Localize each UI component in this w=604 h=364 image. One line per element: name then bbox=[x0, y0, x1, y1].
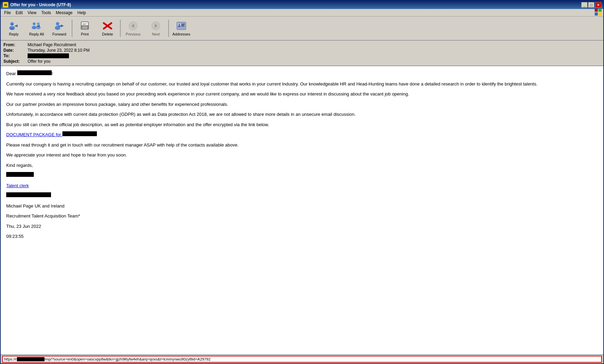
paragraph-2: We have received a very nice feedback ab… bbox=[6, 91, 598, 98]
status-bar: https://r/mp/?source=en0&open=oascvpp8w&… bbox=[1, 354, 603, 363]
email-body: Dear ! Currently our company is having a… bbox=[1, 66, 603, 247]
svg-rect-31 bbox=[181, 26, 184, 27]
paragraph-5: But you still can check the official job… bbox=[6, 121, 598, 128]
menu-help[interactable]: Help bbox=[76, 10, 88, 16]
paragraph-4: Unfortunately, in accordance with curren… bbox=[6, 111, 598, 118]
svg-point-11 bbox=[56, 22, 59, 26]
addresses-button[interactable]: Addresses bbox=[170, 18, 192, 39]
company-redacted bbox=[6, 192, 51, 197]
date-value: Thursday, June 23, 2022 8:10 PM bbox=[28, 48, 90, 53]
from-label: From: bbox=[3, 42, 28, 47]
paragraph-3: Our our partner provides an impressive b… bbox=[6, 101, 598, 108]
greeting-text: Dear bbox=[6, 71, 16, 76]
signature-name-redacted bbox=[6, 172, 598, 179]
svg-point-28 bbox=[178, 25, 181, 27]
toolbar: Reply Reply All bbox=[1, 17, 603, 41]
reply-all-label: Reply All bbox=[29, 32, 44, 36]
menu-message[interactable]: Message bbox=[54, 10, 75, 16]
svg-rect-18 bbox=[82, 28, 87, 29]
separator-3 bbox=[168, 20, 169, 37]
subject-value: Offer for you bbox=[28, 59, 50, 64]
paragraph-1: Currently our company is having a recrui… bbox=[6, 81, 598, 88]
paragraph-after-link-1: Please read through it and get in touch … bbox=[6, 142, 598, 149]
svg-rect-30 bbox=[181, 25, 184, 26]
title-bar-left: ✉ Offer for you - Unicode (UTF-8) bbox=[3, 2, 71, 8]
separator-2 bbox=[120, 20, 121, 37]
link-name-redacted bbox=[62, 131, 97, 136]
document-link-text: DOCUMENT PACKAGE for bbox=[6, 132, 61, 137]
title-bar: ✉ Offer for you - Unicode (UTF-8) _ □ ✕ bbox=[1, 1, 603, 9]
to-label: To: bbox=[3, 53, 28, 58]
next-button[interactable]: Next bbox=[145, 18, 167, 39]
signature-company-redacted bbox=[6, 192, 598, 199]
paragraph-after-link-2: We appreciate your interest and hope to … bbox=[6, 152, 598, 159]
reply-all-icon bbox=[31, 21, 42, 31]
print-label: Print bbox=[81, 32, 89, 36]
document-package-link[interactable]: DOCUMENT PACKAGE for bbox=[6, 132, 97, 137]
from-value: Michael Page Recruitment bbox=[28, 42, 76, 47]
recipient-redacted bbox=[17, 70, 52, 75]
reply-icon bbox=[8, 21, 20, 31]
next-label: Next bbox=[152, 32, 160, 36]
url-partial-2: /mp/?source=en0&open=oascvpp8w&tkn=jjjzh… bbox=[44, 357, 211, 361]
forward-icon bbox=[53, 21, 65, 31]
forward-button[interactable]: Forward bbox=[48, 18, 70, 39]
footer-line-4: 09:23:55 bbox=[6, 233, 598, 240]
windows-flag bbox=[594, 8, 602, 17]
to-redacted bbox=[28, 53, 69, 58]
svg-rect-3 bbox=[598, 12, 602, 16]
svg-point-8 bbox=[32, 26, 37, 29]
svg-rect-13 bbox=[58, 26, 61, 27]
delete-button[interactable]: Delete bbox=[97, 18, 119, 39]
app-icon: ✉ bbox=[3, 2, 8, 8]
from-row: From: Michael Page Recruitment bbox=[3, 42, 601, 48]
menu-bar: File Edit View Tools Message Help bbox=[1, 9, 603, 17]
subject-row: Subject: Offer for you bbox=[3, 59, 601, 64]
separator-1 bbox=[72, 20, 72, 37]
kind-regards: Kind regards, bbox=[6, 162, 598, 169]
maximize-button[interactable]: □ bbox=[588, 2, 594, 8]
date-label: Date: bbox=[3, 48, 28, 53]
footer-line-2: Recruitment Talent Acquisition Team* bbox=[6, 213, 598, 220]
talent-clerk-link-paragraph: Talent clerk bbox=[6, 182, 598, 189]
subject-label: Subject: bbox=[3, 59, 28, 64]
svg-point-27 bbox=[179, 23, 180, 25]
window-controls[interactable]: _ □ ✕ bbox=[581, 2, 601, 8]
email-body-wrapper: Dear ! Currently our company is having a… bbox=[1, 66, 603, 354]
menu-edit[interactable]: Edit bbox=[13, 10, 25, 16]
svg-point-5 bbox=[9, 26, 15, 30]
name-redacted bbox=[6, 172, 34, 177]
svg-point-9 bbox=[37, 22, 40, 25]
svg-rect-19 bbox=[82, 23, 87, 24]
svg-rect-1 bbox=[598, 9, 602, 12]
greeting-paragraph: Dear ! bbox=[6, 70, 598, 77]
reply-all-button[interactable]: Reply All bbox=[26, 18, 48, 39]
print-button[interactable]: Print bbox=[74, 18, 96, 39]
minimize-button[interactable]: _ bbox=[581, 2, 587, 8]
menu-tools[interactable]: Tools bbox=[39, 10, 53, 16]
svg-rect-17 bbox=[82, 27, 87, 27]
footer-line-3: Thu, 23 Jun 2022 bbox=[6, 223, 598, 230]
delete-icon bbox=[102, 21, 113, 31]
previous-button[interactable]: Previous bbox=[122, 18, 144, 39]
menu-file[interactable]: File bbox=[2, 10, 13, 16]
email-header: From: Michael Page Recruitment Date: Thu… bbox=[1, 41, 603, 66]
addresses-label: Addresses bbox=[172, 32, 190, 36]
previous-label: Previous bbox=[126, 32, 141, 36]
svg-point-4 bbox=[10, 22, 14, 26]
footer-line-1: Michael Page UK and Ireland bbox=[6, 203, 598, 210]
menu-view[interactable]: View bbox=[26, 10, 39, 16]
next-icon bbox=[150, 21, 162, 31]
url-partial-1: https://r bbox=[4, 357, 17, 361]
forward-label: Forward bbox=[52, 32, 66, 36]
window-title: Offer for you - Unicode (UTF-8) bbox=[10, 2, 71, 7]
reply-button[interactable]: Reply bbox=[3, 18, 25, 39]
svg-point-7 bbox=[33, 22, 36, 25]
to-row: To: bbox=[3, 53, 601, 59]
previous-icon bbox=[127, 21, 139, 31]
svg-rect-29 bbox=[181, 24, 185, 24]
close-button[interactable]: ✕ bbox=[595, 2, 601, 8]
main-window: ✉ Offer for you - Unicode (UTF-8) _ □ ✕ … bbox=[0, 0, 604, 364]
talent-clerk-link[interactable]: Talent clerk bbox=[6, 183, 29, 188]
url-redacted bbox=[17, 357, 44, 361]
